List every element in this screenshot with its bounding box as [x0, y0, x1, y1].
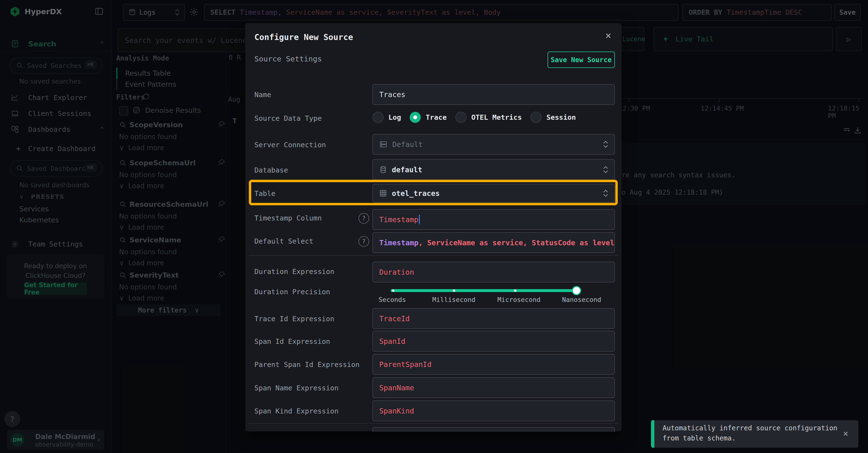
- source-type-radio-group: Log Trace OTEL Metrics Session: [373, 112, 585, 123]
- database-value: default: [392, 165, 422, 174]
- span-name-value: SpanName: [379, 384, 414, 392]
- table-select[interactable]: otel_traces: [373, 184, 615, 203]
- trace-id-label: Trace Id Expression: [254, 315, 334, 323]
- toast-line2: from table schema.: [662, 434, 736, 442]
- save-new-source-button[interactable]: Save New Source: [548, 52, 615, 68]
- toast-accent-bar: [651, 420, 654, 448]
- modal-divider: [249, 255, 618, 256]
- table-label: Table: [254, 189, 275, 198]
- radio-trace[interactable]: [410, 112, 421, 123]
- precision-slider-track[interactable]: [391, 289, 578, 292]
- select-chevrons-icon: [602, 188, 609, 198]
- section-title: Source Settings: [254, 55, 322, 63]
- slider-label-millisecond[interactable]: Millisecond: [432, 296, 475, 303]
- duration-expression-input[interactable]: Duration: [373, 262, 615, 282]
- database-select[interactable]: default: [373, 159, 615, 180]
- radio-session-label[interactable]: Session: [546, 113, 576, 122]
- name-input[interactable]: Traces: [373, 84, 615, 105]
- database-icon: [379, 165, 387, 174]
- span-kind-label: Span Kind Expression: [254, 407, 339, 415]
- timestamp-column-label: Timestamp Column: [254, 214, 322, 222]
- parent-span-id-input[interactable]: ParentSpanId: [373, 354, 615, 375]
- trace-id-input[interactable]: TraceId: [373, 308, 615, 329]
- database-label: Database: [254, 166, 288, 174]
- radio-otel-metrics-label[interactable]: OTEL Metrics: [471, 113, 522, 122]
- duration-value: Duration: [379, 268, 414, 277]
- radio-log[interactable]: [373, 112, 383, 123]
- server-icon: [379, 140, 388, 149]
- span-kind-input[interactable]: SpanKind: [373, 400, 615, 421]
- duration-expression-label: Duration Expression: [254, 267, 334, 276]
- table-value: otel_traces: [392, 189, 440, 198]
- parent-span-id-label: Parent Span Id Expression: [254, 360, 360, 369]
- default-select-seg2: , ServiceName as service, StatusCode as …: [418, 238, 615, 247]
- source-type-label: Source Data Type: [254, 114, 322, 122]
- default-select-input[interactable]: Timestamp, ServiceName as service, Statu…: [373, 232, 615, 253]
- default-select-label: Default Select: [254, 237, 313, 245]
- span-name-label: Span Name Expression: [254, 384, 339, 392]
- server-connection-value: Default: [392, 140, 423, 149]
- span-name-input[interactable]: SpanName: [373, 377, 615, 398]
- help-circle-icon[interactable]: ?: [359, 213, 369, 224]
- modal-title: Configure New Source: [254, 32, 353, 42]
- slider-stop[interactable]: [514, 289, 517, 292]
- radio-log-label[interactable]: Log: [389, 113, 401, 122]
- select-chevrons-icon: [602, 139, 609, 150]
- table-grid-icon: [379, 189, 387, 197]
- text-cursor: [419, 215, 420, 224]
- name-label: Name: [254, 91, 271, 99]
- span-id-input[interactable]: SpanId: [373, 331, 615, 352]
- slider-label-microsecond[interactable]: Microsecond: [497, 296, 540, 303]
- server-connection-label: Server Connection: [254, 141, 326, 149]
- slider-label-nanosecond[interactable]: Nanosecond: [562, 296, 601, 303]
- radio-trace-label[interactable]: Trace: [426, 113, 446, 122]
- slider-label-seconds[interactable]: Seconds: [378, 296, 406, 303]
- close-icon[interactable]: ×: [843, 429, 848, 438]
- duration-precision-label: Duration Precision: [254, 288, 330, 296]
- slider-stop[interactable]: [453, 289, 455, 292]
- toast-notification: Automatically inferred source configurat…: [651, 420, 858, 448]
- span-kind-value: SpanKind: [379, 407, 414, 415]
- help-circle-icon[interactable]: ?: [359, 236, 369, 247]
- trace-id-value: TraceId: [379, 315, 410, 323]
- name-value: Traces: [379, 90, 405, 99]
- slider-thumb[interactable]: [572, 286, 581, 295]
- radio-otel-metrics[interactable]: [456, 112, 467, 123]
- span-id-label: Span Id Expression: [254, 337, 330, 346]
- server-connection-select[interactable]: Default: [373, 134, 615, 155]
- clipped-next-input: [373, 427, 615, 432]
- close-icon[interactable]: ×: [603, 31, 613, 41]
- span-id-value: SpanId: [379, 337, 405, 346]
- parent-span-id-value: ParentSpanId: [379, 360, 432, 369]
- configure-source-modal: Configure New Source × Source Settings S…: [245, 23, 622, 431]
- toast-line1: Automatically inferred source configurat…: [662, 424, 837, 432]
- radio-session[interactable]: [530, 112, 541, 123]
- modal-divider: [249, 423, 618, 424]
- timestamp-column-value: Timestamp: [379, 216, 418, 224]
- default-select-seg1: Timestamp: [379, 238, 418, 247]
- app-screen: HyperDX Search ^ Saved Searches ⌘K No sa…: [0, 0, 868, 453]
- timestamp-column-input[interactable]: Timestamp: [373, 209, 615, 230]
- slider-stop[interactable]: [392, 289, 395, 292]
- select-chevrons-icon: [602, 165, 609, 175]
